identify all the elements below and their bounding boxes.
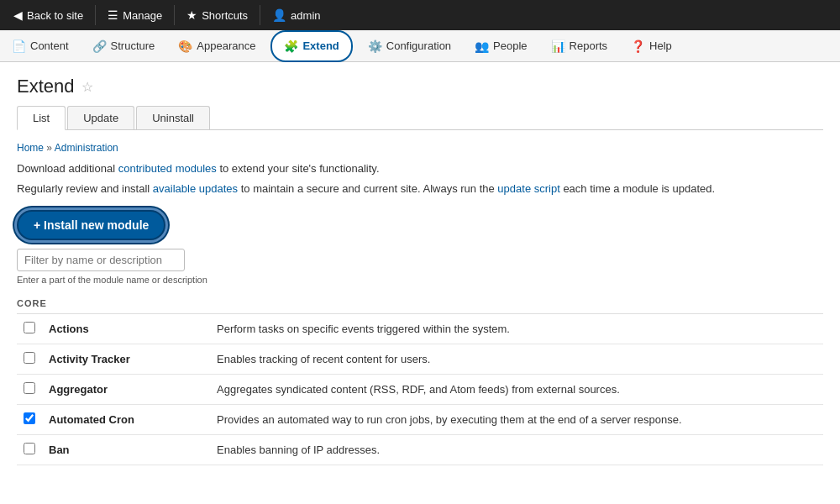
- divider-1: [95, 5, 96, 25]
- tab-uninstall[interactable]: Uninstall: [136, 106, 210, 129]
- admin-user-link[interactable]: 👤 admin: [262, 0, 330, 30]
- nav-reports-label: Reports: [570, 39, 608, 52]
- admin-bar: ◀ Back to site ☰ Manage ★ Shortcuts 👤 ad…: [0, 0, 840, 30]
- module-checkbox[interactable]: [24, 352, 35, 364]
- module-description: Aggregates syndicated content (RSS, RDF,…: [210, 375, 823, 405]
- nav-reports-item[interactable]: 📊 Reports: [539, 30, 620, 62]
- module-checkbox[interactable]: [24, 443, 35, 454]
- page-title-area: Extend ☆: [17, 76, 823, 97]
- tab-list[interactable]: List: [17, 106, 66, 130]
- module-table: Actions Perform tasks on specific events…: [17, 314, 823, 465]
- module-checkbox-cell: [17, 314, 42, 344]
- table-row: Actions Perform tasks on specific events…: [17, 314, 823, 344]
- nav-structure-item[interactable]: 🔗 Structure: [81, 30, 167, 62]
- desc2-prefix: Regularly review and install: [17, 182, 153, 195]
- nav-help-label: Help: [649, 39, 672, 52]
- table-row: Ban Enables banning of IP addresses.: [17, 435, 823, 465]
- user-icon: 👤: [272, 8, 286, 22]
- bookmark-star-icon[interactable]: ☆: [81, 79, 93, 95]
- available-updates-link[interactable]: available updates: [153, 182, 238, 195]
- extend-icon: 🧩: [284, 39, 298, 53]
- manage-link[interactable]: ☰ Manage: [97, 0, 172, 30]
- nav-help-item[interactable]: ❓ Help: [619, 30, 684, 62]
- manage-label: Manage: [123, 9, 162, 22]
- content-icon: 📄: [12, 39, 26, 53]
- module-name: Actions: [42, 314, 210, 344]
- module-name: Aggregator: [42, 375, 210, 405]
- back-to-site-link[interactable]: ◀ Back to site: [3, 0, 93, 30]
- description-2: Regularly review and install available u…: [17, 181, 823, 197]
- filter-input[interactable]: [17, 249, 185, 271]
- manage-icon: ☰: [108, 8, 118, 22]
- description-1: Download additional contributed modules …: [17, 160, 823, 177]
- nav-extend-label: Extend: [302, 39, 339, 52]
- nav-people-label: People: [493, 39, 527, 52]
- nav-structure-label: Structure: [111, 39, 155, 52]
- module-checkbox[interactable]: [24, 382, 35, 394]
- breadcrumb: Home » Administration: [17, 142, 823, 154]
- help-icon: ❓: [631, 39, 645, 53]
- module-checkbox-cell: [17, 405, 42, 435]
- configuration-icon: ⚙️: [368, 39, 382, 53]
- update-script-link[interactable]: update script: [497, 182, 559, 195]
- module-checkbox[interactable]: [24, 322, 35, 333]
- breadcrumb-separator: »: [46, 142, 54, 154]
- tab-update[interactable]: Update: [67, 106, 134, 129]
- content-area: Extend ☆ List Update Uninstall Home » Ad…: [0, 62, 840, 479]
- nav-extend-item[interactable]: 🧩 Extend: [270, 30, 352, 62]
- admin-username-label: admin: [291, 9, 320, 22]
- install-new-module-button[interactable]: + Install new module: [17, 210, 165, 240]
- module-description: Provides an automated way to run cron jo…: [210, 405, 823, 435]
- nav-content-item[interactable]: 📄 Content: [0, 30, 81, 62]
- filter-hint: Enter a part of the module name or descr…: [17, 275, 823, 285]
- module-description: Enables tracking of recent content for u…: [210, 344, 823, 375]
- nav-content-label: Content: [30, 39, 69, 52]
- reports-icon: 📊: [551, 39, 565, 53]
- nav-people-item[interactable]: 👥 People: [463, 30, 538, 62]
- module-description: Enables banning of IP addresses.: [210, 435, 823, 465]
- module-name: Activity Tracker: [42, 344, 210, 375]
- desc1-prefix: Download additional: [17, 162, 118, 175]
- breadcrumb-admin[interactable]: Administration: [55, 142, 118, 154]
- module-name: Automated Cron: [42, 405, 210, 435]
- table-row: Activity Tracker Enables tracking of rec…: [17, 344, 823, 375]
- breadcrumb-home[interactable]: Home: [17, 142, 44, 154]
- module-description: Perform tasks on specific events trigger…: [210, 314, 823, 344]
- shortcuts-link[interactable]: ★ Shortcuts: [176, 0, 258, 30]
- tab-bar: List Update Uninstall: [17, 106, 823, 130]
- main-nav: 📄 Content 🔗 Structure 🎨 Appearance 🧩 Ext…: [0, 30, 840, 62]
- page-title: Extend: [17, 76, 75, 97]
- shortcuts-icon: ★: [186, 8, 197, 22]
- table-row: Automated Cron Provides an automated way…: [17, 405, 823, 435]
- nav-appearance-label: Appearance: [197, 39, 255, 52]
- module-name: Ban: [42, 435, 210, 465]
- back-to-site-label: Back to site: [27, 9, 83, 22]
- nav-appearance-item[interactable]: 🎨 Appearance: [166, 30, 267, 62]
- contributed-modules-link[interactable]: contributed modules: [118, 162, 217, 175]
- people-icon: 👥: [475, 39, 489, 53]
- shortcuts-label: Shortcuts: [202, 9, 248, 22]
- appearance-icon: 🎨: [178, 39, 192, 53]
- desc2-suffix: each time a module is updated.: [560, 182, 715, 195]
- desc2-middle: to maintain a secure and current site. A…: [238, 182, 497, 195]
- nav-configuration-item[interactable]: ⚙️ Configuration: [356, 30, 463, 62]
- module-checkbox[interactable]: [24, 412, 35, 424]
- module-checkbox-cell: [17, 435, 42, 465]
- section-core-header: CORE: [17, 293, 823, 314]
- desc1-suffix: to extend your site's functionality.: [217, 162, 380, 175]
- structure-icon: 🔗: [92, 39, 107, 53]
- back-arrow-icon: ◀: [13, 8, 23, 22]
- module-checkbox-cell: [17, 375, 42, 405]
- divider-3: [260, 5, 260, 25]
- divider-2: [174, 5, 175, 25]
- table-row: Aggregator Aggregates syndicated content…: [17, 375, 823, 405]
- module-checkbox-cell: [17, 344, 42, 375]
- nav-configuration-label: Configuration: [386, 39, 451, 52]
